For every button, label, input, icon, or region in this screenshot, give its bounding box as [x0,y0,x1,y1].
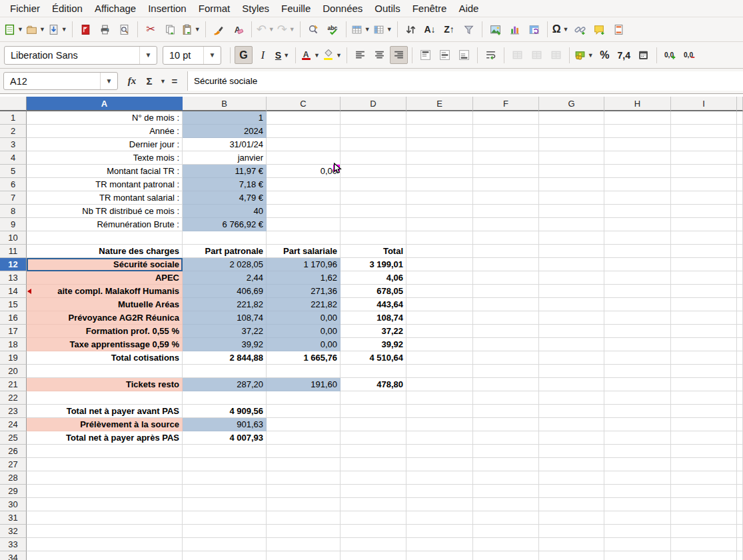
cell-D18[interactable]: 39,92 [341,338,406,351]
cell-D13[interactable]: 4,06 [341,271,406,285]
cell-C14[interactable]: 271,36 [267,285,341,298]
cell-D20[interactable] [341,365,406,378]
cell-G24[interactable] [539,418,604,431]
date-format-button[interactable] [634,46,652,64]
cell-partial[interactable] [737,458,743,471]
cell-D14[interactable]: 678,05 [341,285,406,298]
cell-I21[interactable] [671,378,737,391]
cell-G23[interactable] [539,405,604,418]
cell-C6[interactable] [267,178,341,191]
cell-H30[interactable] [604,498,671,511]
cell-G29[interactable] [539,485,604,498]
row-header-25[interactable]: 25 [0,431,27,445]
cell-C1[interactable] [267,111,341,125]
row-header-23[interactable]: 23 [0,405,27,418]
cell-D26[interactable] [341,445,406,458]
bold-button[interactable]: G [235,46,253,64]
cell-A22[interactable] [27,391,183,405]
cell-E32[interactable] [406,525,473,538]
cell-E2[interactable] [406,125,473,138]
cell-A30[interactable] [27,498,183,511]
cell-E9[interactable] [406,218,473,231]
cell-D17[interactable]: 37,22 [341,325,406,338]
chevron-down-icon[interactable]: ▼ [563,26,569,33]
cell-I18[interactable] [671,338,737,351]
cell-B19[interactable]: 2 844,88 [183,351,267,365]
cell-A13[interactable]: APEC [27,271,183,285]
cell-I29[interactable] [671,485,737,498]
cell-I24[interactable] [671,418,737,431]
clone-formatting-button[interactable] [210,21,228,39]
cell-E26[interactable] [406,445,473,458]
cell-C12[interactable]: 1 170,96 [267,258,341,271]
cell-I25[interactable] [671,431,737,445]
cell-H34[interactable] [604,551,671,560]
highlighting-color-button[interactable]: ▼ [322,46,343,64]
cell-H16[interactable] [604,311,671,325]
align-center-button[interactable] [371,46,388,64]
column-header-C[interactable]: C [267,97,341,111]
cell-B16[interactable]: 108,74 [183,311,267,325]
cell-B31[interactable] [183,511,267,525]
cell-C17[interactable]: 0,00 [267,325,341,338]
row-header-10[interactable]: 10 [0,231,27,245]
cell-E10[interactable] [406,231,473,245]
cell-F23[interactable] [473,405,539,418]
chevron-down-icon[interactable]: ▼ [61,26,67,33]
percent-format-button[interactable]: % [596,46,614,64]
cell-B8[interactable]: 40 [183,205,267,218]
cell-partial[interactable] [737,271,743,285]
cell-C28[interactable] [267,471,341,485]
cell-B4[interactable]: janvier [183,151,267,165]
cell-H21[interactable] [604,378,671,391]
cell-C23[interactable] [267,405,341,418]
cell-D12[interactable]: 3 199,01 [341,258,406,271]
cell-F8[interactable] [473,205,539,218]
row-header-21[interactable]: 21 [0,378,27,391]
cell-C8[interactable] [267,205,341,218]
cell-G14[interactable] [539,285,604,298]
cell-B22[interactable] [183,391,267,405]
cell-E21[interactable] [406,378,473,391]
cell-D15[interactable]: 443,64 [341,298,406,311]
row-header-27[interactable]: 27 [0,458,27,471]
cell-F12[interactable] [473,258,539,271]
cell-C32[interactable] [267,525,341,538]
cell-A20[interactable] [27,365,183,378]
cell-I2[interactable] [671,125,737,138]
cell-C34[interactable] [267,551,341,560]
cell-D16[interactable]: 108,74 [341,311,406,325]
insert-column-button[interactable]: ▼ [372,21,393,39]
cell-H5[interactable] [604,165,671,178]
cell-B26[interactable] [183,445,267,458]
cell-G8[interactable] [539,205,604,218]
cell-I34[interactable] [671,551,737,560]
cell-I10[interactable] [671,231,737,245]
cell-E18[interactable] [406,338,473,351]
cell-A19[interactable]: Total cotisations [27,351,183,365]
cell-partial[interactable] [737,338,743,351]
cell-partial[interactable] [737,205,743,218]
cell-E27[interactable] [406,458,473,471]
cell-A33[interactable] [27,538,183,551]
column-header-A[interactable]: A [27,97,183,111]
cell-B1[interactable]: 1 [183,111,267,125]
font-name-combo[interactable]: Liberation Sans ▼ [4,46,157,65]
cell-I11[interactable] [671,245,737,258]
underline-button[interactable]: S▼ [273,46,291,64]
cell-G18[interactable] [539,338,604,351]
cell-B7[interactable]: 4,79 € [183,191,267,205]
cell-I27[interactable] [671,458,737,471]
cell-C22[interactable] [267,391,341,405]
cell-partial[interactable] [737,165,743,178]
cell-I22[interactable] [671,391,737,405]
cell-I26[interactable] [671,445,737,458]
cell-C27[interactable] [267,458,341,471]
cell-E13[interactable] [406,271,473,285]
cell-H10[interactable] [604,231,671,245]
cell-I28[interactable] [671,471,737,485]
cell-B6[interactable]: 7,18 € [183,178,267,191]
cell-E16[interactable] [406,311,473,325]
cell-G7[interactable] [539,191,604,205]
cell-F9[interactable] [473,218,539,231]
